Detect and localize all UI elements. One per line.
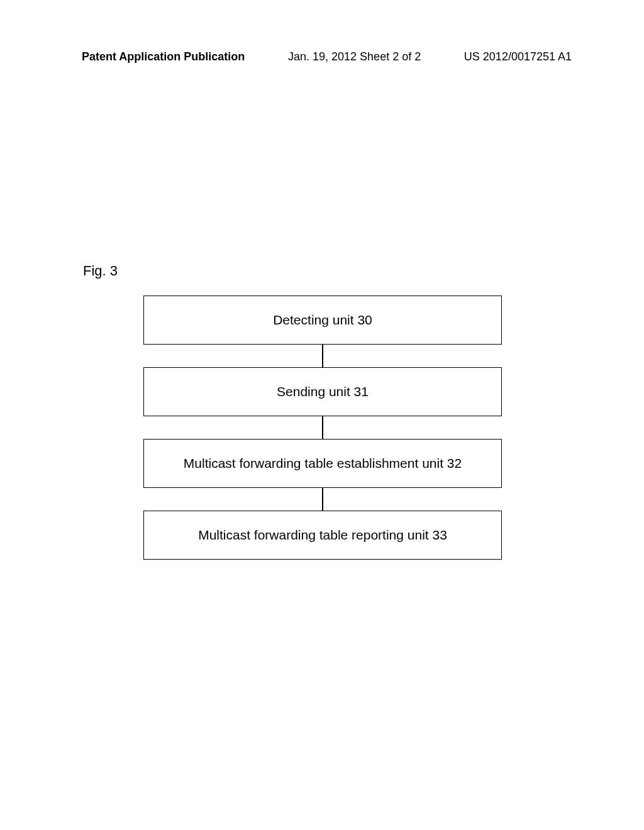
header-publication-number: US 2012/0017251 A1 xyxy=(464,50,572,64)
page-header: Patent Application Publication Jan. 19, … xyxy=(0,50,644,64)
connector-line xyxy=(322,345,323,367)
connector-line xyxy=(322,488,323,511)
figure-label: Fig. 3 xyxy=(83,263,118,279)
detecting-unit-box: Detecting unit 30 xyxy=(143,296,502,345)
sending-unit-box: Sending unit 31 xyxy=(143,367,502,416)
header-date-sheet: Jan. 19, 2012 Sheet 2 of 2 xyxy=(288,50,421,64)
header-publication-label: Patent Application Publication xyxy=(82,50,245,64)
reporting-unit-box: Multicast forwarding table reporting uni… xyxy=(143,511,502,560)
connector-line xyxy=(322,416,323,439)
block-diagram: Detecting unit 30 Sending unit 31 Multic… xyxy=(143,296,502,560)
establishment-unit-box: Multicast forwarding table establishment… xyxy=(143,439,502,488)
